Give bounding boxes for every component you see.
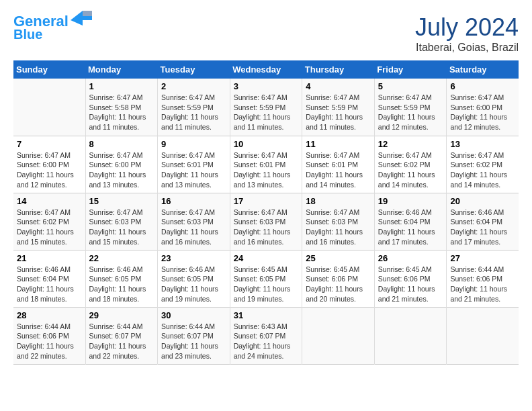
day-info: Sunrise: 6:47 AMSunset: 6:03 PMDaylight:…: [161, 208, 226, 247]
calendar-cell: 6Sunrise: 6:47 AMSunset: 6:00 PMDaylight…: [447, 79, 519, 136]
day-info: Sunrise: 6:47 AMSunset: 6:00 PMDaylight:…: [89, 150, 154, 190]
day-number: 7: [17, 139, 82, 149]
calendar-cell: 29Sunrise: 6:44 AMSunset: 6:07 PMDayligh…: [85, 307, 158, 364]
day-number: 15: [89, 196, 154, 206]
calendar-cell: 23Sunrise: 6:46 AMSunset: 6:05 PMDayligh…: [158, 250, 230, 307]
calendar-table: SundayMondayTuesdayWednesdayThursdayFrid…: [13, 60, 519, 365]
month-year-title: July 2024: [415, 13, 519, 42]
day-info: Sunrise: 6:47 AMSunset: 6:01 PMDaylight:…: [234, 150, 299, 190]
day-number: 2: [161, 81, 226, 91]
calendar-cell: 15Sunrise: 6:47 AMSunset: 6:03 PMDayligh…: [85, 193, 158, 250]
day-number: 26: [378, 253, 443, 263]
day-number: 23: [161, 253, 226, 263]
calendar-cell: 14Sunrise: 6:47 AMSunset: 6:02 PMDayligh…: [13, 193, 85, 250]
day-number: 4: [306, 81, 371, 91]
day-number: 10: [234, 139, 299, 149]
day-number: 6: [450, 81, 515, 91]
week-row-2: 7Sunrise: 6:47 AMSunset: 6:00 PMDaylight…: [13, 136, 519, 193]
calendar-cell: 9Sunrise: 6:47 AMSunset: 6:01 PMDaylight…: [158, 136, 230, 193]
calendar-cell: 3Sunrise: 6:47 AMSunset: 5:59 PMDaylight…: [230, 79, 302, 136]
calendar-cell: 4Sunrise: 6:47 AMSunset: 5:59 PMDaylight…: [302, 79, 375, 136]
calendar-cell: [302, 307, 375, 364]
day-info: Sunrise: 6:47 AMSunset: 6:00 PMDaylight:…: [17, 150, 82, 190]
day-info: Sunrise: 6:44 AMSunset: 6:07 PMDaylight:…: [89, 322, 154, 361]
header-tuesday: Tuesday: [158, 60, 230, 79]
day-number: 28: [17, 310, 82, 320]
calendar-cell: 22Sunrise: 6:46 AMSunset: 6:05 PMDayligh…: [85, 250, 158, 307]
day-info: Sunrise: 6:46 AMSunset: 6:04 PMDaylight:…: [450, 208, 515, 247]
day-info: Sunrise: 6:46 AMSunset: 6:04 PMDaylight:…: [378, 208, 443, 247]
day-number: 18: [306, 196, 371, 206]
header-friday: Friday: [374, 60, 447, 79]
calendar-cell: 10Sunrise: 6:47 AMSunset: 6:01 PMDayligh…: [230, 136, 302, 193]
calendar-cell: 28Sunrise: 6:44 AMSunset: 6:06 PMDayligh…: [13, 307, 85, 364]
day-info: Sunrise: 6:47 AMSunset: 5:59 PMDaylight:…: [161, 93, 226, 132]
day-number: 3: [234, 81, 299, 91]
day-info: Sunrise: 6:47 AMSunset: 6:02 PMDaylight:…: [17, 208, 82, 247]
day-info: Sunrise: 6:46 AMSunset: 6:04 PMDaylight:…: [17, 265, 82, 304]
day-info: Sunrise: 6:43 AMSunset: 6:07 PMDaylight:…: [234, 322, 299, 361]
day-info: Sunrise: 6:45 AMSunset: 6:05 PMDaylight:…: [234, 265, 299, 304]
calendar-cell: 17Sunrise: 6:47 AMSunset: 6:03 PMDayligh…: [230, 193, 302, 250]
day-number: 27: [450, 253, 515, 263]
day-info: Sunrise: 6:47 AMSunset: 6:03 PMDaylight:…: [234, 208, 299, 247]
calendar-cell: [13, 79, 85, 136]
day-info: Sunrise: 6:47 AMSunset: 5:59 PMDaylight:…: [234, 93, 299, 132]
day-info: Sunrise: 6:46 AMSunset: 6:05 PMDaylight:…: [89, 265, 154, 304]
day-info: Sunrise: 6:45 AMSunset: 6:06 PMDaylight:…: [306, 265, 371, 304]
day-number: 17: [234, 196, 299, 206]
location-subtitle: Itaberai, Goias, Brazil: [415, 42, 519, 54]
calendar-cell: [447, 307, 519, 364]
calendar-cell: 12Sunrise: 6:47 AMSunset: 6:02 PMDayligh…: [374, 136, 447, 193]
day-number: 31: [234, 310, 299, 320]
day-number: 20: [450, 196, 515, 206]
calendar-cell: 1Sunrise: 6:47 AMSunset: 5:58 PMDaylight…: [85, 79, 158, 136]
day-number: 30: [161, 310, 226, 320]
calendar-cell: 31Sunrise: 6:43 AMSunset: 6:07 PMDayligh…: [230, 307, 302, 364]
day-info: Sunrise: 6:46 AMSunset: 6:05 PMDaylight:…: [161, 265, 226, 304]
header-monday: Monday: [85, 60, 158, 79]
day-info: Sunrise: 6:44 AMSunset: 6:06 PMDaylight:…: [17, 322, 82, 361]
calendar-cell: 11Sunrise: 6:47 AMSunset: 6:01 PMDayligh…: [302, 136, 375, 193]
header-sunday: Sunday: [13, 60, 85, 79]
calendar-cell: 20Sunrise: 6:46 AMSunset: 6:04 PMDayligh…: [447, 193, 519, 250]
day-number: 19: [378, 196, 443, 206]
day-number: 8: [89, 139, 154, 149]
header-thursday: Thursday: [302, 60, 375, 79]
day-number: 5: [378, 81, 443, 91]
calendar-cell: 13Sunrise: 6:47 AMSunset: 6:02 PMDayligh…: [447, 136, 519, 193]
day-info: Sunrise: 6:47 AMSunset: 6:02 PMDaylight:…: [378, 150, 443, 190]
calendar-cell: 5Sunrise: 6:47 AMSunset: 5:59 PMDaylight…: [374, 79, 447, 136]
calendar-cell: 26Sunrise: 6:45 AMSunset: 6:06 PMDayligh…: [374, 250, 447, 307]
calendar-cell: [374, 307, 447, 364]
day-number: 14: [17, 196, 82, 206]
day-info: Sunrise: 6:45 AMSunset: 6:06 PMDaylight:…: [378, 265, 443, 304]
day-info: Sunrise: 6:47 AMSunset: 6:03 PMDaylight:…: [306, 208, 371, 247]
title-block: July 2024 Itaberai, Goias, Brazil: [415, 13, 519, 54]
header-saturday: Saturday: [447, 60, 519, 79]
calendar-cell: 16Sunrise: 6:47 AMSunset: 6:03 PMDayligh…: [158, 193, 230, 250]
calendar-cell: 2Sunrise: 6:47 AMSunset: 5:59 PMDaylight…: [158, 79, 230, 136]
day-number: 12: [378, 139, 443, 149]
logo-icon: [71, 11, 92, 30]
calendar-cell: 25Sunrise: 6:45 AMSunset: 6:06 PMDayligh…: [302, 250, 375, 307]
header-wednesday: Wednesday: [230, 60, 302, 79]
calendar-cell: 19Sunrise: 6:46 AMSunset: 6:04 PMDayligh…: [374, 193, 447, 250]
day-info: Sunrise: 6:47 AMSunset: 5:59 PMDaylight:…: [378, 93, 443, 132]
calendar-cell: 21Sunrise: 6:46 AMSunset: 6:04 PMDayligh…: [13, 250, 85, 307]
day-info: Sunrise: 6:47 AMSunset: 6:01 PMDaylight:…: [306, 150, 371, 190]
page-header: General Blue July 2024 Itaberai, Goias, …: [13, 13, 519, 54]
calendar-cell: 7Sunrise: 6:47 AMSunset: 6:00 PMDaylight…: [13, 136, 85, 193]
week-row-3: 14Sunrise: 6:47 AMSunset: 6:02 PMDayligh…: [13, 193, 519, 250]
day-info: Sunrise: 6:47 AMSunset: 5:59 PMDaylight:…: [306, 93, 371, 132]
day-number: 25: [306, 253, 371, 263]
calendar-cell: 18Sunrise: 6:47 AMSunset: 6:03 PMDayligh…: [302, 193, 375, 250]
day-number: 1: [89, 81, 154, 91]
logo: General Blue: [13, 13, 92, 42]
calendar-header-row: SundayMondayTuesdayWednesdayThursdayFrid…: [13, 60, 519, 79]
day-info: Sunrise: 6:47 AMSunset: 6:01 PMDaylight:…: [161, 150, 226, 190]
calendar-cell: 8Sunrise: 6:47 AMSunset: 6:00 PMDaylight…: [85, 136, 158, 193]
day-number: 21: [17, 253, 82, 263]
day-info: Sunrise: 6:44 AMSunset: 6:06 PMDaylight:…: [450, 265, 515, 304]
week-row-4: 21Sunrise: 6:46 AMSunset: 6:04 PMDayligh…: [13, 250, 519, 307]
